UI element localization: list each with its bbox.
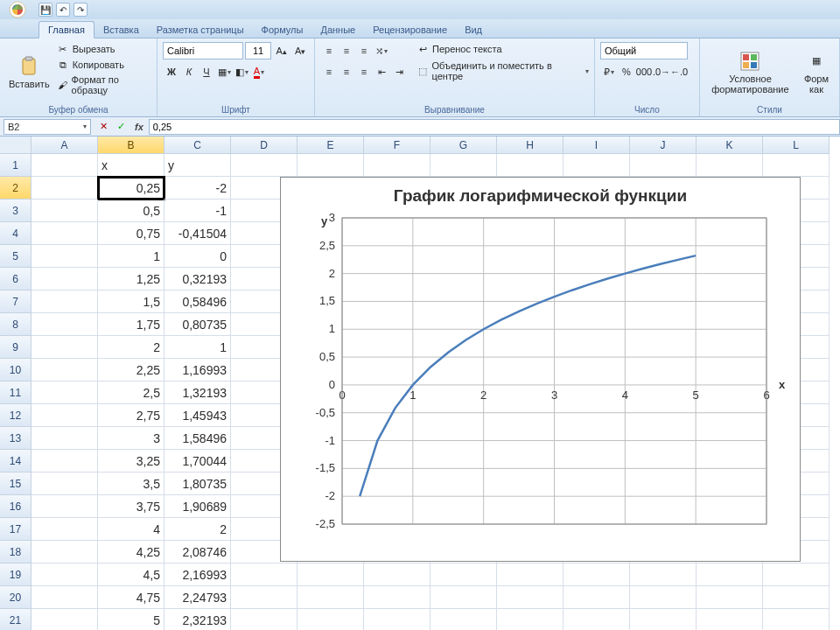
cell-C20[interactable]: 2,24793 — [164, 586, 231, 609]
cell-G20[interactable] — [430, 586, 497, 609]
cell-A4[interactable] — [32, 222, 98, 245]
cell-B1[interactable]: x — [98, 154, 164, 177]
row-header-16[interactable]: 16 — [0, 495, 32, 518]
row-header-4[interactable]: 4 — [0, 222, 32, 245]
cell-A11[interactable] — [32, 382, 98, 404]
col-header-E[interactable]: E — [298, 136, 364, 154]
align-top-button[interactable]: ≡ — [320, 42, 338, 60]
col-header-K[interactable]: K — [696, 136, 763, 154]
cell-H21[interactable] — [497, 609, 564, 630]
cell-F1[interactable] — [364, 154, 430, 177]
cell-I20[interactable] — [564, 586, 630, 609]
cell-D21[interactable] — [231, 609, 298, 630]
cell-A1[interactable] — [32, 154, 98, 177]
cell-B15[interactable]: 3,5 — [98, 472, 164, 495]
row-header-14[interactable]: 14 — [0, 450, 32, 472]
cell-B11[interactable]: 2,5 — [98, 382, 164, 404]
select-all-corner[interactable] — [0, 136, 32, 154]
formula-input[interactable] — [149, 119, 840, 135]
cell-J21[interactable] — [630, 609, 696, 630]
qat-save-icon[interactable]: 💾 — [38, 3, 52, 17]
tab-Главная[interactable]: Главная — [38, 21, 94, 38]
cell-C17[interactable]: 2 — [164, 518, 231, 541]
wrap-text-button[interactable]: ↩Перенос текста — [416, 42, 589, 56]
border-button[interactable]: ▦▾ — [215, 63, 233, 80]
cell-B7[interactable]: 1,5 — [98, 290, 164, 313]
cell-B4[interactable]: 0,75 — [98, 222, 164, 245]
row-header-10[interactable]: 10 — [0, 359, 32, 382]
cell-B2[interactable]: 0,25 — [98, 177, 164, 200]
cell-J19[interactable] — [630, 564, 696, 586]
row-header-18[interactable]: 18 — [0, 541, 32, 564]
cell-C4[interactable]: -0,41504 — [164, 222, 231, 245]
currency-button[interactable]: ₽▾ — [600, 63, 618, 80]
cell-B6[interactable]: 1,25 — [98, 268, 164, 290]
cell-C13[interactable]: 1,58496 — [164, 427, 231, 450]
cell-D20[interactable] — [231, 586, 298, 609]
cell-C12[interactable]: 1,45943 — [164, 404, 231, 427]
cell-B16[interactable]: 3,75 — [98, 495, 164, 518]
cell-C1[interactable]: y — [164, 154, 231, 177]
cell-A17[interactable] — [32, 518, 98, 541]
row-header-2[interactable]: 2 — [0, 177, 32, 200]
cell-K20[interactable] — [696, 586, 763, 609]
cell-K19[interactable] — [696, 564, 763, 586]
cell-B18[interactable]: 4,25 — [98, 541, 164, 564]
align-right-button[interactable]: ≡ — [355, 63, 373, 80]
cell-C11[interactable]: 1,32193 — [164, 382, 231, 404]
cell-D1[interactable] — [231, 154, 298, 177]
cell-B5[interactable]: 1 — [98, 245, 164, 268]
cell-B13[interactable]: 3 — [98, 427, 164, 450]
cell-G1[interactable] — [430, 154, 497, 177]
bold-button[interactable]: Ж — [163, 63, 180, 80]
cell-C9[interactable]: 1 — [164, 336, 231, 359]
office-button[interactable] — [0, 0, 35, 19]
row-header-17[interactable]: 17 — [0, 518, 32, 541]
cell-J1[interactable] — [630, 154, 696, 177]
cell-H20[interactable] — [497, 586, 564, 609]
cell-C8[interactable]: 0,80735 — [164, 313, 231, 336]
copy-button[interactable]: ⧉Копировать — [57, 58, 151, 72]
worksheet[interactable]: ABCDEFGHIJKL 1xy20,25-230,5-140,75-0,415… — [0, 136, 840, 630]
col-header-H[interactable]: H — [497, 136, 564, 154]
accept-formula-icon[interactable]: ✓ — [112, 118, 130, 136]
comma-button[interactable]: 000 — [635, 63, 653, 80]
cut-button[interactable]: ✂Вырезать — [57, 42, 151, 56]
col-header-C[interactable]: C — [164, 136, 231, 154]
col-header-J[interactable]: J — [630, 136, 696, 154]
cell-A12[interactable] — [32, 404, 98, 427]
align-bottom-button[interactable]: ≡ — [355, 42, 373, 60]
embedded-chart[interactable]: График логарифмической функции -2,5-2-1,… — [280, 177, 801, 562]
cell-E20[interactable] — [298, 586, 364, 609]
cell-B14[interactable]: 3,25 — [98, 450, 164, 472]
paste-button[interactable]: Вставить — [5, 42, 53, 103]
cell-C6[interactable]: 0,32193 — [164, 268, 231, 290]
number-format-input[interactable] — [600, 42, 688, 60]
row-header-8[interactable]: 8 — [0, 313, 32, 336]
row-header-19[interactable]: 19 — [0, 564, 32, 586]
cell-G19[interactable] — [430, 564, 497, 586]
cell-B17[interactable]: 4 — [98, 518, 164, 541]
cell-A18[interactable] — [32, 541, 98, 564]
cell-A10[interactable] — [32, 359, 98, 382]
font-name-input[interactable] — [163, 42, 243, 60]
cell-I19[interactable] — [564, 564, 630, 586]
cell-C5[interactable]: 0 — [164, 245, 231, 268]
cell-F21[interactable] — [364, 609, 430, 630]
cell-L20[interactable] — [763, 586, 830, 609]
dec-decimal-button[interactable]: ←.0 — [670, 63, 688, 80]
cell-B8[interactable]: 1,75 — [98, 313, 164, 336]
cell-C7[interactable]: 0,58496 — [164, 290, 231, 313]
qat-undo-icon[interactable]: ↶ — [56, 3, 70, 17]
cell-B21[interactable]: 5 — [98, 609, 164, 630]
col-header-A[interactable]: A — [32, 136, 98, 154]
cell-C19[interactable]: 2,16993 — [164, 564, 231, 586]
cell-C21[interactable]: 2,32193 — [164, 609, 231, 630]
cell-G21[interactable] — [430, 609, 497, 630]
cell-A7[interactable] — [32, 290, 98, 313]
tab-Формулы[interactable]: Формулы — [253, 22, 312, 38]
cell-A6[interactable] — [32, 268, 98, 290]
col-header-B[interactable]: B — [98, 136, 164, 154]
fx-icon[interactable]: fx — [130, 122, 149, 132]
cell-L1[interactable] — [763, 154, 830, 177]
